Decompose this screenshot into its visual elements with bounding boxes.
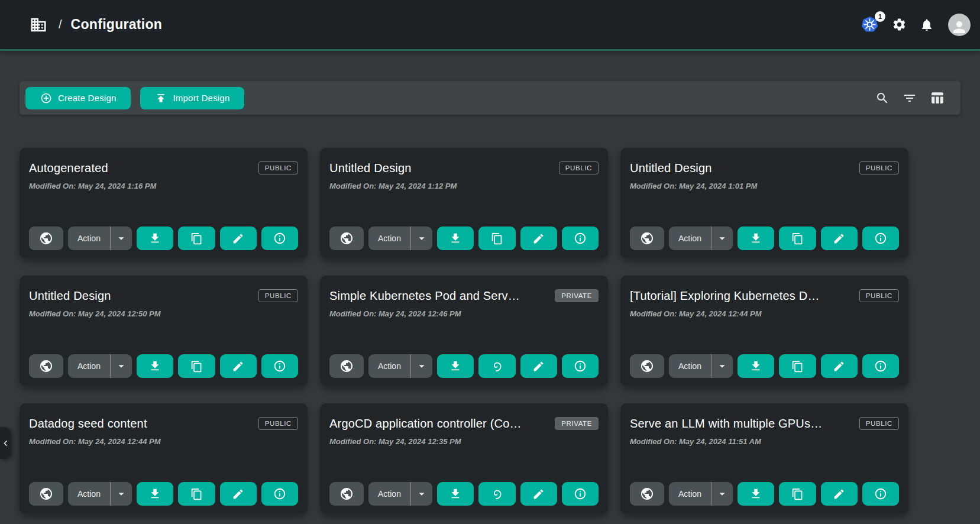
clone-design-button[interactable] (779, 482, 816, 506)
design-title: Untitled Design (29, 285, 111, 303)
action-button-label: Action (678, 361, 701, 371)
create-design-button[interactable]: Create Design (25, 87, 131, 109)
visibility-globe-button[interactable] (329, 354, 364, 378)
caret-down-icon (716, 360, 729, 373)
app-header: / Configuration 1 (0, 0, 980, 51)
card-header: Untitled Design PUBLIC (630, 157, 899, 175)
download-design-button[interactable] (437, 227, 474, 250)
info-design-button[interactable] (261, 354, 298, 378)
action-dropdown-button[interactable] (110, 482, 132, 506)
download-design-button[interactable] (738, 354, 774, 378)
action-split-button: Action (368, 482, 432, 506)
visibility-globe-button[interactable] (29, 354, 63, 378)
design-title: Serve an LLM with multiple GPUs… (630, 413, 822, 431)
action-split-button: Action (669, 354, 733, 378)
download-icon (749, 360, 762, 373)
action-button[interactable]: Action (669, 227, 711, 250)
action-button[interactable]: Action (368, 227, 410, 250)
notifications-button[interactable] (917, 15, 936, 34)
info-design-button[interactable] (562, 354, 599, 378)
visibility-globe-button[interactable] (630, 227, 664, 250)
edit-design-button[interactable] (520, 354, 557, 378)
action-button[interactable]: Action (68, 227, 110, 250)
visibility-globe-button[interactable] (630, 354, 664, 378)
edit-design-button[interactable] (220, 482, 257, 506)
info-design-button[interactable] (862, 482, 899, 506)
download-design-button[interactable] (137, 354, 173, 378)
visibility-globe-button[interactable] (630, 482, 664, 506)
action-button[interactable]: Action (368, 354, 410, 378)
settings-button[interactable] (890, 15, 909, 34)
visibility-badge: PRIVATE (555, 289, 599, 302)
action-button[interactable]: Action (68, 354, 110, 378)
visibility-globe-button[interactable] (329, 482, 364, 506)
import-design-button[interactable]: Import Design (140, 87, 244, 109)
info-design-button[interactable] (261, 227, 298, 250)
action-dropdown-button[interactable] (711, 354, 733, 378)
info-design-button[interactable] (261, 482, 298, 506)
edit-design-button[interactable] (821, 227, 858, 250)
clone-design-button[interactable] (779, 227, 816, 250)
info-design-button[interactable] (562, 227, 599, 250)
download-icon (449, 487, 462, 500)
clone-design-button[interactable] (178, 227, 215, 250)
edit-design-button[interactable] (821, 482, 858, 506)
copy-icon (791, 488, 804, 500)
kanvas-button[interactable] (478, 482, 515, 506)
edit-design-button[interactable] (520, 482, 557, 506)
action-button[interactable]: Action (669, 482, 711, 506)
globe-icon (339, 231, 354, 245)
action-dropdown-button[interactable] (110, 354, 132, 378)
action-button-label: Action (678, 234, 701, 243)
info-design-button[interactable] (562, 482, 599, 506)
action-dropdown-button[interactable] (711, 482, 733, 506)
user-avatar[interactable] (948, 14, 971, 36)
search-button[interactable] (873, 89, 892, 108)
filter-button[interactable] (900, 89, 919, 108)
action-split-button: Action (368, 227, 432, 250)
action-dropdown-button[interactable] (110, 227, 132, 250)
edit-design-button[interactable] (220, 354, 257, 378)
download-design-button[interactable] (738, 482, 774, 506)
modified-on: Modified On: May 24, 2024 1:16 PM (29, 182, 298, 190)
info-icon (874, 487, 887, 500)
organization-building-icon[interactable] (27, 14, 50, 36)
download-design-button[interactable] (437, 354, 474, 378)
download-design-button[interactable] (137, 482, 173, 506)
table-view-icon (930, 90, 945, 105)
action-dropdown-button[interactable] (410, 354, 432, 378)
action-button[interactable]: Action (368, 482, 410, 506)
download-design-button[interactable] (137, 227, 173, 250)
table-view-button[interactable] (927, 89, 946, 108)
action-dropdown-button[interactable] (410, 227, 432, 250)
info-design-button[interactable] (862, 227, 899, 250)
caret-down-icon (115, 487, 128, 500)
info-design-button[interactable] (862, 354, 899, 378)
edit-design-button[interactable] (821, 354, 858, 378)
breadcrumb-separator: / (59, 18, 62, 31)
modified-on: Modified On: May 24, 2024 1:12 PM (329, 182, 599, 190)
download-design-button[interactable] (738, 227, 774, 250)
action-button[interactable]: Action (669, 354, 711, 378)
visibility-badge: PUBLIC (258, 161, 298, 174)
download-design-button[interactable] (437, 482, 474, 506)
clone-design-button[interactable] (178, 482, 215, 506)
action-split-button: Action (669, 227, 733, 250)
action-dropdown-button[interactable] (711, 227, 733, 250)
collapse-drawer-button[interactable] (0, 427, 11, 459)
visibility-globe-button[interactable] (29, 227, 63, 250)
globe-icon (39, 487, 53, 501)
design-title: Datadog seed content (29, 413, 147, 431)
edit-design-button[interactable] (220, 227, 257, 250)
action-button[interactable]: Action (68, 482, 110, 506)
kanvas-button[interactable] (478, 354, 515, 378)
visibility-globe-button[interactable] (29, 482, 63, 506)
clone-design-button[interactable] (779, 354, 816, 378)
action-button-label: Action (77, 361, 101, 371)
clone-design-button[interactable] (178, 354, 215, 378)
visibility-globe-button[interactable] (329, 227, 364, 250)
action-dropdown-button[interactable] (410, 482, 432, 506)
clone-design-button[interactable] (478, 227, 515, 250)
edit-design-button[interactable] (520, 227, 557, 250)
kubernetes-context-button[interactable]: 1 (858, 13, 881, 36)
